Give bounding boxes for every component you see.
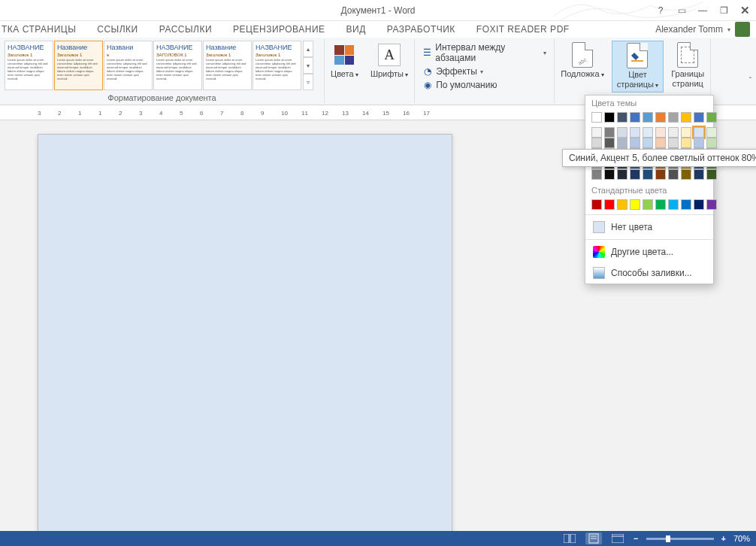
color-swatch[interactable] xyxy=(694,112,704,123)
color-swatch[interactable] xyxy=(655,127,666,138)
color-swatch[interactable] xyxy=(630,169,640,180)
color-swatch[interactable] xyxy=(681,127,691,138)
web-layout-icon[interactable] xyxy=(609,532,626,544)
ribbon-tabs: ТКА СТРАНИЦЫ ССЫЛКИ РАССЫЛКИ РЕЦЕНЗИРОВА… xyxy=(0,21,756,38)
zoom-slider[interactable] xyxy=(646,538,714,540)
tab-review[interactable]: РЕЦЕНЗИРОВАНИЕ xyxy=(233,24,325,35)
fill-effects-button[interactable]: Способы заливки... xyxy=(585,262,713,284)
color-swatch[interactable] xyxy=(617,127,627,138)
more-colors-button[interactable]: Другие цвета... xyxy=(585,241,713,262)
tab-foxit[interactable]: FOXIT READER PDF xyxy=(476,24,570,35)
gallery-down[interactable]: ▾ xyxy=(303,57,313,74)
style-thumb[interactable]: НазваниеLorem ipsum dolor sit amet conse… xyxy=(104,41,153,90)
tab-mailings[interactable]: РАССЫЛКИ xyxy=(159,24,212,35)
zoom-out-button[interactable]: − xyxy=(634,534,638,543)
style-thumb[interactable]: НАЗВАНИЕЗАГОЛОВОК 1Lorem ipsum dolor sit… xyxy=(153,41,202,90)
color-swatch[interactable] xyxy=(591,112,602,123)
color-swatch[interactable] xyxy=(706,138,717,148)
user-account[interactable]: Alexander Tomm ▾ xyxy=(655,22,750,37)
color-swatch[interactable] xyxy=(694,199,704,210)
color-swatch[interactable] xyxy=(591,169,602,180)
color-swatch[interactable] xyxy=(668,127,679,138)
color-swatch[interactable] xyxy=(668,199,679,210)
color-swatch[interactable] xyxy=(681,199,691,210)
tab-links[interactable]: ССЫЛКИ xyxy=(97,24,138,35)
color-swatch[interactable] xyxy=(643,199,653,210)
gallery-more[interactable]: ▿ xyxy=(303,74,313,90)
no-color-swatch-icon xyxy=(593,221,605,233)
color-swatch[interactable] xyxy=(591,199,602,210)
status-bar: − + 70% xyxy=(0,531,756,546)
color-swatch[interactable] xyxy=(706,199,717,210)
colors-button[interactable]: Цвета ▾ xyxy=(326,41,363,81)
color-swatch[interactable] xyxy=(604,199,615,210)
ribbon-options-icon[interactable]: ▭ xyxy=(675,4,688,17)
color-swatch[interactable] xyxy=(655,138,666,148)
watermark-button[interactable]: abc Подложка ▾ xyxy=(556,41,609,81)
style-thumb[interactable]: НазваниеЗаголовок 1Lorem ipsum dolor sit… xyxy=(203,41,252,90)
minimize-icon[interactable]: — xyxy=(696,4,709,17)
tab-developer[interactable]: РАЗРАБОТЧИК xyxy=(387,24,455,35)
color-swatch[interactable] xyxy=(604,127,615,138)
color-swatch[interactable] xyxy=(604,169,615,180)
color-swatch[interactable] xyxy=(706,127,717,138)
zoom-level[interactable]: 70% xyxy=(733,534,750,543)
color-swatch[interactable] xyxy=(655,169,666,180)
gallery-up[interactable]: ▴ xyxy=(303,41,313,57)
color-swatch[interactable] xyxy=(643,138,653,148)
color-swatch[interactable] xyxy=(630,138,640,148)
read-mode-icon[interactable] xyxy=(561,532,578,544)
effects-button[interactable]: ◔ Эффекты▾ xyxy=(419,65,549,78)
page-borders-button[interactable]: Границыстраниц xyxy=(667,41,709,90)
style-thumb[interactable]: НАЗВАНИЕЗаголовок 1Lorem ipsum dolor sit… xyxy=(253,41,301,90)
paragraph-spacing-button[interactable]: ☰ Интервал между абзацами▾ xyxy=(419,41,549,65)
color-swatch[interactable] xyxy=(617,169,627,180)
group-label-docformat: Форматирование документа xyxy=(0,93,324,103)
style-thumb[interactable]: НАЗВАНИЕЗаголовок 1Lorem ipsum dolor sit… xyxy=(5,41,53,90)
color-swatch[interactable] xyxy=(643,169,653,180)
color-swatch[interactable] xyxy=(706,112,717,123)
no-color-button[interactable]: Нет цвета xyxy=(585,217,713,238)
color-swatch[interactable] xyxy=(617,138,627,148)
color-swatch[interactable] xyxy=(706,169,717,180)
color-swatch[interactable] xyxy=(694,169,704,180)
color-swatch[interactable] xyxy=(604,112,615,123)
ruler-tick: 5 xyxy=(180,110,183,117)
color-swatch[interactable] xyxy=(681,138,691,148)
color-swatch[interactable] xyxy=(630,127,640,138)
restore-icon[interactable]: ❐ xyxy=(717,4,730,17)
color-swatch[interactable] xyxy=(655,199,666,210)
color-swatch[interactable] xyxy=(681,169,691,180)
color-swatch[interactable] xyxy=(668,138,679,148)
collapse-ribbon-icon[interactable]: ˆ xyxy=(749,77,751,85)
color-swatch[interactable] xyxy=(668,169,679,180)
color-swatch[interactable] xyxy=(694,138,704,148)
tab-page-layout[interactable]: ТКА СТРАНИЦЫ xyxy=(2,24,76,35)
fonts-button[interactable]: A Шрифты ▾ xyxy=(366,41,413,81)
color-swatch[interactable] xyxy=(694,127,704,138)
zoom-in-button[interactable]: + xyxy=(721,534,726,543)
color-swatch[interactable] xyxy=(643,127,653,138)
page-color-button[interactable]: Цветстраницы ▾ xyxy=(612,41,664,93)
color-swatch[interactable] xyxy=(630,199,640,210)
ruler-tick: 16 xyxy=(403,110,410,117)
color-swatch[interactable] xyxy=(655,112,666,123)
set-default-button[interactable]: ◉ По умолчанию xyxy=(419,78,549,92)
color-swatch[interactable] xyxy=(604,138,615,148)
color-swatch[interactable] xyxy=(591,127,602,138)
color-swatch[interactable] xyxy=(681,112,691,123)
print-layout-icon[interactable] xyxy=(585,532,602,544)
style-gallery[interactable]: НАЗВАНИЕЗаголовок 1Lorem ipsum dolor sit… xyxy=(5,41,319,90)
color-swatch[interactable] xyxy=(617,199,627,210)
color-swatch[interactable] xyxy=(617,112,627,123)
style-thumb[interactable]: НазваниеЗаголовок 1Lorem ipsum dolor sit… xyxy=(54,41,103,90)
close-icon[interactable]: ✕ xyxy=(738,4,751,17)
page-canvas[interactable] xyxy=(38,134,452,531)
help-icon[interactable]: ? xyxy=(654,4,667,17)
color-swatch[interactable] xyxy=(668,112,679,123)
color-swatch[interactable] xyxy=(643,112,653,123)
ruler-tick: 14 xyxy=(362,110,369,117)
color-swatch[interactable] xyxy=(630,112,640,123)
tab-view[interactable]: ВИД xyxy=(346,24,366,35)
color-swatch[interactable] xyxy=(591,138,602,148)
